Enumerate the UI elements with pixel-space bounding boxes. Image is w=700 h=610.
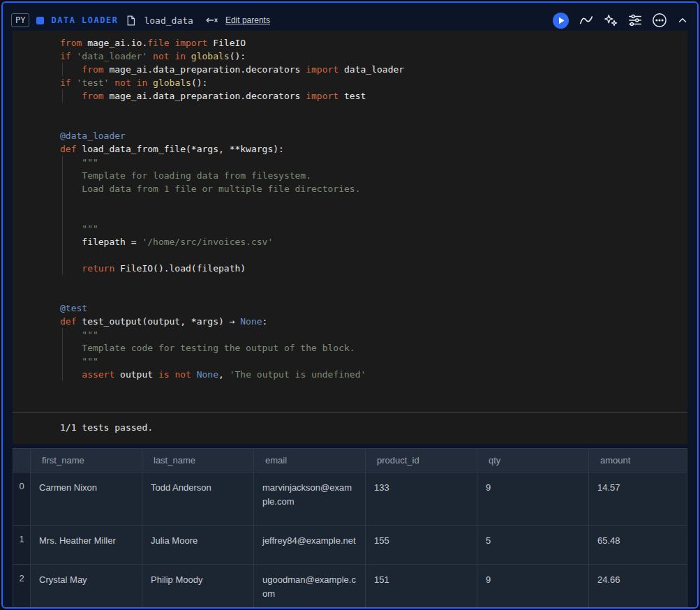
table-cell: 133 [366, 473, 477, 526]
code-line: from mage_ai.io.file import FileIO [60, 36, 687, 50]
code-line: return FileIO().load(filepath) [60, 262, 687, 275]
test-output-panel: 1/1 tests passed. [13, 412, 687, 444]
table-cell: Philip Moody [142, 565, 254, 609]
code-line [60, 195, 687, 209]
block-header-left: PY DATA LOADER load_data Edit parents [11, 13, 552, 27]
table-cell: Todd Anderson [142, 473, 254, 526]
table-cell: Crystal May [31, 565, 142, 609]
row-index: 1 [13, 526, 31, 565]
table-cell: 24.66 [589, 565, 687, 609]
code-line: def load_data_from_file(*args, **kwargs)… [60, 142, 687, 156]
code-line: """ [60, 156, 687, 169]
edit-parents-icon [204, 15, 218, 26]
column-header: amount [589, 449, 687, 473]
code-line: Template code for testing the output of … [60, 341, 687, 355]
code-line: Load data from 1 file or multiple file d… [60, 182, 687, 195]
sliders-icon[interactable] [627, 13, 643, 28]
table-cell: jeffrey84@example.net [254, 526, 366, 565]
column-header: email [254, 449, 366, 473]
column-header: qty [477, 449, 589, 473]
chevron-up-icon[interactable] [676, 14, 689, 27]
table-cell: 155 [366, 526, 477, 565]
code-line: """ [60, 328, 687, 341]
table-cell: Mrs. Heather Miller [31, 526, 142, 565]
code-line: from mage_ai.data_preparation.decorators… [60, 89, 687, 103]
code-line: """ [60, 355, 687, 368]
table-row: 0Carmen NixonTodd Andersonmarvinjackson@… [13, 473, 687, 526]
code-editor[interactable]: from mage_ai.io.file import FileIOif 'da… [13, 31, 687, 412]
table-cell: ugoodman@example.com [254, 565, 366, 609]
code-line [60, 116, 687, 129]
code-line [60, 394, 687, 408]
language-badge: PY [11, 13, 29, 27]
code-line [60, 275, 687, 288]
output-data-table: first_namelast_nameemailproduct_idqtyamo… [13, 448, 687, 609]
table-row: 2Crystal MayPhilip Moodyugoodman@example… [13, 565, 687, 609]
edit-parents-link[interactable]: Edit parents [225, 15, 270, 25]
mage-logo-icon[interactable] [579, 13, 594, 28]
pipeline-block: PY DATA LOADER load_data Edit parents [1, 1, 699, 609]
test-result-text: 1/1 tests passed. [60, 422, 153, 433]
code-line [60, 288, 687, 302]
block-name[interactable]: load_data [144, 15, 193, 26]
row-index: 0 [13, 473, 31, 526]
code-line [60, 381, 687, 394]
code-line: if 'test' not in globals(): [60, 76, 687, 89]
code-line [60, 209, 687, 222]
column-header: last_name [142, 449, 254, 473]
code-line: Template for loading data from filesyste… [60, 169, 687, 182]
row-index: 2 [13, 565, 31, 609]
run-button[interactable] [552, 12, 569, 29]
code-line: def test_output(output, *args) → None: [60, 315, 687, 328]
table-cell: Carmen Nixon [31, 473, 142, 526]
column-header: first_name [31, 449, 142, 473]
table-cell: Julia Moore [142, 526, 254, 565]
table-cell: 65.48 [589, 526, 687, 565]
code-line: assert output is not None, 'The output i… [60, 368, 687, 381]
output-table-container: first_namelast_nameemailproduct_idqtyamo… [13, 448, 687, 609]
block-header: PY DATA LOADER load_data Edit parents [3, 3, 697, 31]
code-line [60, 103, 687, 116]
more-options-icon[interactable] [652, 13, 667, 28]
block-header-actions [552, 12, 689, 29]
table-cell: marvinjackson@example.com [254, 473, 366, 526]
code-line: filepath = '/home/src/invoices.csv' [60, 235, 687, 248]
code-line: if 'data_loader' not in globals(): [60, 50, 687, 63]
table-cell: 9 [477, 565, 589, 609]
code-line: """ [60, 222, 687, 235]
code-line [60, 248, 687, 262]
block-color-icon [36, 17, 44, 24]
code-line: from mage_ai.data_preparation.decorators… [60, 63, 687, 76]
index-column-header [13, 449, 31, 473]
table-cell: 151 [366, 565, 477, 609]
table-header-row: first_namelast_nameemailproduct_idqtyamo… [13, 449, 687, 473]
table-cell: 5 [477, 526, 589, 565]
file-icon [125, 15, 137, 27]
block-type-label: DATA LOADER [51, 15, 118, 25]
code-line: @test [60, 302, 687, 315]
sparkles-icon[interactable] [603, 13, 618, 28]
table-cell: 14.57 [589, 473, 687, 526]
table-cell: 9 [477, 473, 589, 526]
code-line: @data_loader [60, 129, 687, 142]
table-row: 1Mrs. Heather MillerJulia Moorejeffrey84… [13, 526, 687, 565]
column-header: product_id [366, 449, 477, 473]
